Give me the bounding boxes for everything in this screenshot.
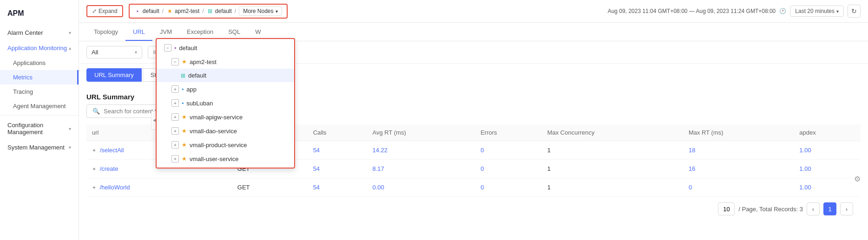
calls-link[interactable]: 54 [313, 184, 320, 191]
tree-expand-icon[interactable]: + [171, 155, 179, 162]
clock-icon: 🕐 [779, 8, 786, 14]
url-link[interactable]: /selectAll [100, 147, 124, 154]
tree-expand-icon[interactable]: + [171, 99, 179, 107]
cell-max-rt: 18 [683, 141, 794, 160]
max-rt-link[interactable]: 0 [689, 184, 692, 191]
sidebar-sub-item-metrics[interactable]: Metrics [0, 70, 79, 84]
more-nodes-label: More Nodes [243, 8, 273, 14]
errors-link[interactable]: 0 [480, 165, 484, 172]
cell-calls: 54 [308, 178, 367, 197]
tree-item-vmall-apigw-service[interactable]: + ★ vmall-apigw-service [157, 110, 294, 124]
tree-item-default[interactable]: − ▪ default [157, 41, 294, 55]
tree-item-app[interactable]: + ▪ app [157, 82, 294, 96]
chevron-up-icon: ▴ [69, 45, 71, 51]
tree-expand-icon[interactable]: + [171, 113, 179, 121]
url-row-icon: ✦ [92, 148, 96, 153]
cell-max-rt: 16 [683, 160, 794, 178]
time-range-select[interactable]: Last 20 minutes ▾ [790, 6, 844, 17]
chevron-down-icon: ▾ [836, 9, 839, 14]
sidebar-item-label: Application Monitoring [7, 45, 67, 52]
tree-item-label: default [179, 45, 197, 52]
sidebar-item-system-management[interactable]: System Management ▾ [0, 140, 79, 155]
errors-link[interactable]: 0 [480, 147, 484, 154]
sidebar-item-configuration-management[interactable]: Configuration Management ▾ [0, 117, 79, 140]
calls-link[interactable]: 54 [313, 165, 320, 172]
chevron-down-icon: ▾ [69, 145, 71, 150]
tree-minus-icon[interactable]: − [171, 58, 179, 65]
cell-errors: 0 [475, 141, 542, 160]
sidebar-sub-item-tracing[interactable]: Tracing [0, 84, 79, 99]
settings-icon[interactable]: ⚙ [854, 175, 861, 183]
page-size-input[interactable] [718, 202, 735, 215]
tree-minus-icon[interactable]: − [164, 44, 171, 52]
prev-page-button[interactable]: ‹ [807, 202, 820, 215]
chevron-down-icon: ▾ [69, 30, 71, 35]
refresh-icon: ↻ [851, 7, 857, 15]
breadcrumb-item-apm2-test[interactable]: ★ apm2-test [166, 8, 199, 14]
col-header-max-rt: Max RT (ms) [683, 124, 794, 141]
sub-tab-label: URL Summary [94, 71, 134, 78]
cell-method: GET [232, 178, 308, 197]
cell-apdex: 1.00 [794, 141, 861, 160]
url-link[interactable]: /create [100, 165, 118, 172]
url-row-icon: ✦ [92, 185, 96, 190]
errors-link[interactable]: 0 [480, 184, 484, 191]
tree-expand-icon[interactable]: + [171, 127, 179, 135]
avg-rt-link[interactable]: 0.00 [373, 184, 384, 191]
tab-topology[interactable]: Topology [86, 23, 125, 41]
square-icon: ▪ [134, 8, 141, 14]
tree-item-default-child[interactable]: ⊞ default [157, 69, 294, 82]
tree-expand-icon[interactable]: + [171, 141, 179, 149]
avg-rt-link[interactable]: 14.22 [373, 147, 388, 154]
max-rt-link[interactable]: 16 [689, 165, 695, 172]
tree-item-vmall-dao-service[interactable]: + ★ vmall-dao-service [157, 124, 294, 138]
expand-button[interactable]: ⤢ Expand [86, 5, 123, 17]
next-page-button[interactable]: › [840, 202, 853, 215]
sidebar-sub-item-agent-management[interactable]: Agent Management [0, 99, 79, 113]
all-filter-select[interactable]: All ▾ [86, 46, 142, 58]
apdex-link[interactable]: 1.00 [799, 147, 811, 154]
calls-link[interactable]: 54 [313, 147, 320, 154]
tree-item-label: default [188, 72, 206, 79]
sidebar-item-alarm-center[interactable]: Alarm Center ▾ [0, 25, 79, 40]
breadcrumb-label: default [143, 8, 159, 14]
breadcrumb-item-default[interactable]: ▪ default [134, 8, 159, 14]
cell-avg-rt: 0.00 [367, 178, 475, 197]
tree-item-vmall-user-service[interactable]: + ★ vmall-user-service [157, 152, 294, 166]
avg-rt-link[interactable]: 8.17 [373, 165, 384, 172]
tree-item-label: vmall-user-service [190, 156, 238, 162]
sub-tab-url-summary[interactable]: URL Summary [86, 68, 142, 82]
tree-item-subluban[interactable]: + ▪ subLuban [157, 96, 294, 110]
tree-item-apm2-test[interactable]: − ★ apm2-test [157, 55, 294, 69]
breadcrumb-separator: / [162, 8, 164, 14]
sidebar-sub-item-applications[interactable]: Applications [0, 56, 79, 70]
grid-icon: ⊞ [207, 8, 213, 14]
pagination: / Page, Total Records: 3 ‹ 1 › [86, 197, 861, 221]
breadcrumb-separator: / [235, 8, 236, 14]
col-header-errors: Errors [475, 124, 542, 141]
cell-max-concurrency: 1 [542, 141, 683, 160]
tab-url[interactable]: URL [125, 23, 152, 41]
sidebar-item-application-monitoring[interactable]: Application Monitoring ▴ [0, 40, 79, 56]
more-nodes-button[interactable]: More Nodes ▾ [239, 6, 282, 16]
dropdown-panel[interactable]: − ▪ default − ★ apm2-test ⊞ default [156, 38, 295, 169]
url-link[interactable]: /helloWorld [100, 184, 130, 191]
expand-icon: ⤢ [92, 8, 97, 14]
apdex-link[interactable]: 1.00 [799, 165, 811, 172]
tree-item-vmall-product-service[interactable]: + ★ vmall-product-service [157, 138, 294, 152]
chevron-down-icon: ▾ [276, 9, 278, 14]
refresh-button[interactable]: ↻ [848, 5, 861, 18]
tree-expand-icon[interactable]: + [171, 85, 179, 93]
page-1-button[interactable]: 1 [823, 202, 836, 215]
cell-avg-rt: 14.22 [367, 141, 475, 160]
time-range-label: Last 20 minutes [795, 8, 835, 14]
max-rt-link[interactable]: 18 [689, 147, 695, 154]
cell-apdex: 1.00 [794, 160, 861, 178]
star-icon: ★ [182, 114, 187, 120]
breadcrumb-item-default2[interactable]: ⊞ default [207, 8, 232, 14]
prev-icon: ‹ [812, 206, 814, 213]
datetime-bar: Aug 09, 2023 11:04 GMT+08:00 — Aug 09, 2… [608, 5, 861, 18]
col-header-calls: Calls [308, 124, 367, 141]
apdex-link[interactable]: 1.00 [799, 184, 811, 191]
cell-max-rt: 0 [683, 178, 794, 197]
